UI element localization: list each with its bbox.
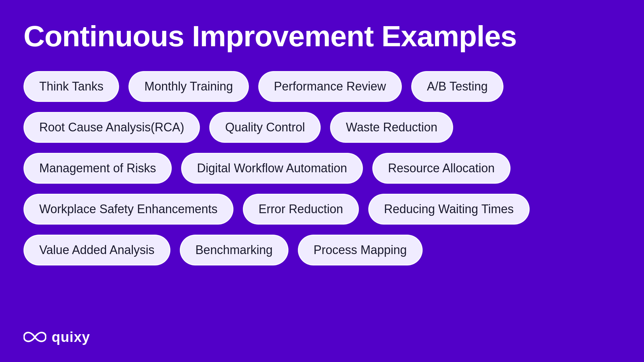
tag-digital-workflow-automation[interactable]: Digital Workflow Automation <box>181 153 363 184</box>
tag-monthly-training[interactable]: Monthly Training <box>128 71 249 102</box>
tags-row-1: Think Tanks Monthly Training Performance… <box>23 71 621 102</box>
tag-ab-testing[interactable]: A/B Testing <box>411 71 503 102</box>
tag-waste-reduction[interactable]: Waste Reduction <box>330 112 453 143</box>
tags-container: Think Tanks Monthly Training Performance… <box>23 71 621 319</box>
tag-management-of-risks[interactable]: Management of Risks <box>23 153 172 184</box>
tag-workplace-safety-enhancements[interactable]: Workplace Safety Enhancements <box>23 194 233 225</box>
tags-row-4: Workplace Safety Enhancements Error Redu… <box>23 194 621 225</box>
page-title: Continuous Improvement Examples <box>23 20 621 53</box>
tag-process-mapping[interactable]: Process Mapping <box>298 235 423 265</box>
tags-row-3: Management of Risks Digital Workflow Aut… <box>23 153 621 184</box>
tag-performance-review[interactable]: Performance Review <box>258 71 402 102</box>
tag-benchmarking[interactable]: Benchmarking <box>180 235 288 265</box>
tag-quality-control[interactable]: Quality Control <box>209 112 321 143</box>
quixy-logo-icon <box>23 330 46 345</box>
tag-resource-allocation[interactable]: Resource Allocation <box>372 153 511 184</box>
tags-row-2: Root Cause Analysis(RCA) Quality Control… <box>23 112 621 143</box>
tag-think-tanks[interactable]: Think Tanks <box>23 71 119 102</box>
footer: quixy <box>23 329 621 345</box>
quixy-logo-text: quixy <box>52 329 90 345</box>
tags-row-5: Value Added Analysis Benchmarking Proces… <box>23 235 621 265</box>
tag-error-reduction[interactable]: Error Reduction <box>243 194 359 225</box>
tag-reducing-waiting-times[interactable]: Reducing Waiting Times <box>368 194 530 225</box>
tag-value-added-analysis[interactable]: Value Added Analysis <box>23 235 170 265</box>
tag-root-cause-analysis[interactable]: Root Cause Analysis(RCA) <box>23 112 200 143</box>
